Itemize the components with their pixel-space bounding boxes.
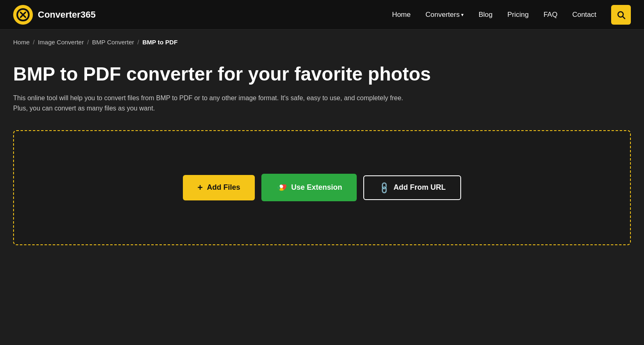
svg-line-2 <box>623 16 625 18</box>
search-icon <box>616 10 626 19</box>
plus-icon: + <box>198 182 203 193</box>
svg-point-4 <box>280 185 284 188</box>
add-files-button[interactable]: + Add Files <box>183 175 255 200</box>
chrome-icon <box>276 181 287 194</box>
nav-home[interactable]: Home <box>392 11 411 19</box>
search-button[interactable] <box>611 5 631 25</box>
add-from-url-button[interactable]: 🔗 Add From URL <box>363 175 461 200</box>
use-extension-button[interactable]: Use Extension <box>261 174 357 201</box>
breadcrumb-home[interactable]: Home <box>13 39 30 46</box>
logo-text: Converter365 <box>38 9 96 20</box>
breadcrumb-bmp-converter[interactable]: BMP Converter <box>92 39 134 46</box>
breadcrumb-sep-2: / <box>87 39 89 46</box>
page-title: BMP to PDF converter for your favorite p… <box>13 64 631 85</box>
logo[interactable]: Converter365 <box>13 5 96 25</box>
nav-pricing[interactable]: Pricing <box>507 11 529 19</box>
description-line1: This online tool will help you to conver… <box>13 94 403 101</box>
nav-faq[interactable]: FAQ <box>543 11 557 19</box>
breadcrumb: Home / Image Converter / BMP Converter /… <box>0 30 644 51</box>
nav-converters[interactable]: Converters ▾ <box>425 11 464 19</box>
nav-contact[interactable]: Contact <box>572 11 596 19</box>
upload-zone[interactable]: + Add Files Use Extension 🔗 <box>13 130 631 245</box>
breadcrumb-sep-1: / <box>33 39 35 46</box>
chevron-down-icon: ▾ <box>461 12 464 18</box>
main-nav: Home Converters ▾ Blog Pricing FAQ Conta… <box>392 5 631 25</box>
page-description: This online tool will help you to conver… <box>13 93 465 114</box>
link-icon: 🔗 <box>377 180 392 195</box>
nav-blog[interactable]: Blog <box>478 11 492 19</box>
breadcrumb-current: BMP to PDF <box>143 39 178 46</box>
breadcrumb-sep-3: / <box>137 39 139 46</box>
logo-icon <box>13 5 33 25</box>
main-content: BMP to PDF converter for your favorite p… <box>0 51 644 262</box>
upload-buttons: + Add Files Use Extension 🔗 <box>183 174 462 201</box>
breadcrumb-image-converter[interactable]: Image Converter <box>38 39 84 46</box>
description-line2: Plus, you can convert as many files as y… <box>13 105 155 112</box>
